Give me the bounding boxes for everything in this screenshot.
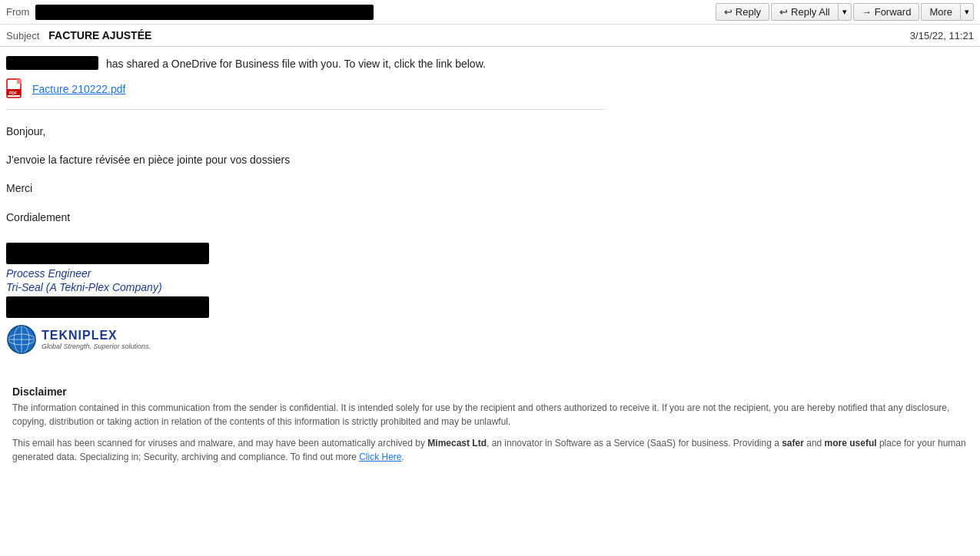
reply-label: Reply (736, 6, 761, 18)
disclaimer-period: . (402, 452, 404, 462)
and-word: and (804, 438, 825, 448)
more-useful-word: more useful (825, 438, 877, 448)
forward-label: Forward (875, 6, 912, 18)
onedrive-text: has shared a OneDrive for Business file … (106, 56, 486, 72)
svg-rect-3 (17, 79, 22, 84)
more-group: More ▾ (921, 3, 974, 21)
closing: Cordialement (6, 208, 974, 227)
pdf-icon: PDF (6, 78, 28, 100)
email-body: has shared a OneDrive for Business file … (0, 47, 980, 481)
sig-name-redacted (6, 243, 209, 264)
reply-all-dropdown-button[interactable]: ▾ (838, 3, 852, 21)
reply-all-button[interactable]: ↩ Reply All (771, 3, 838, 21)
sig-company: Tri-Seal (A Tekni-Plex Company) (6, 281, 974, 293)
signature-block: Process Engineer Tri-Seal (A Tekni-Plex … (6, 243, 974, 355)
from-value-redacted (35, 5, 374, 20)
disclaimer-paragraph1: The information contained in this commun… (12, 401, 968, 429)
from-label: From (6, 6, 29, 18)
subject-value: FACTURE AJUSTÉE (48, 29, 151, 41)
attachment-row: PDF Facture 210222.pdf (6, 78, 974, 100)
header-top-row: From ↩ Reply ↩ Reply All ▾ → (0, 0, 980, 25)
reply-all-group: ↩ Reply All ▾ (771, 3, 852, 21)
email-header: From ↩ Reply ↩ Reply All ▾ → (0, 0, 980, 47)
tekniplex-globe-icon (6, 324, 37, 355)
disclaimer-p2-before: This email has been scanned for viruses … (12, 438, 427, 448)
divider (6, 109, 606, 110)
mimecast-name: Mimecast Ltd (427, 438, 487, 448)
click-here-link[interactable]: Click Here (359, 452, 401, 462)
subject-row: Subject FACTURE AJUSTÉE 3/15/22, 11:21 (0, 25, 980, 46)
tekniplex-text: TEKNIPLEX Global Strength. Superior solu… (42, 329, 151, 350)
chevron-down-icon-more: ▾ (965, 7, 969, 17)
reply-all-label: Reply All (791, 6, 830, 18)
safer-word: safer (782, 438, 804, 448)
subject-label: Subject (6, 30, 39, 41)
toolbar-buttons: ↩ Reply ↩ Reply All ▾ → Forward (716, 3, 974, 21)
from-section: From (6, 5, 374, 20)
body-text: Bonjour, J'envoie la facture révisée en … (6, 122, 974, 227)
disclaimer-paragraph2: This email has been scanned for viruses … (12, 436, 968, 464)
greeting: Bonjour, (6, 122, 974, 141)
svg-text:PDF: PDF (9, 91, 17, 95)
disclaimer-p2-middle: , an innovator in Software as a Service … (487, 438, 782, 448)
tekniplex-name: TEKNIPLEX (42, 329, 151, 343)
sender-name-redacted (6, 56, 98, 70)
chevron-down-icon: ▾ (842, 7, 847, 17)
disclaimer-section: Disclaimer The information contained in … (6, 386, 974, 464)
paragraph1: J'envoie la facture révisée en pièce joi… (6, 151, 974, 170)
tekniplex-logo: TEKNIPLEX Global Strength. Superior solu… (6, 324, 974, 355)
forward-icon: → (862, 6, 872, 18)
more-dropdown-button[interactable]: ▾ (960, 3, 974, 21)
attachment-link[interactable]: Facture 210222.pdf (32, 83, 125, 95)
sig-title: Process Engineer (6, 267, 974, 280)
reply-button[interactable]: ↩ Reply (716, 3, 769, 21)
onedrive-notice: has shared a OneDrive for Business file … (6, 56, 974, 72)
tekniplex-tagline: Global Strength. Superior solutions. (42, 343, 151, 350)
reply-all-icon: ↩ (779, 6, 788, 18)
subject-section: Subject FACTURE AJUSTÉE (6, 29, 151, 41)
more-button[interactable]: More (921, 3, 960, 21)
thanks: Merci (6, 179, 974, 198)
more-label: More (929, 6, 952, 18)
disclaimer-title: Disclaimer (12, 386, 968, 398)
forward-button[interactable]: → Forward (853, 3, 920, 21)
date-value: 3/15/22, 11:21 (910, 30, 974, 41)
sig-phone-redacted (6, 296, 209, 318)
reply-icon: ↩ (724, 6, 733, 18)
